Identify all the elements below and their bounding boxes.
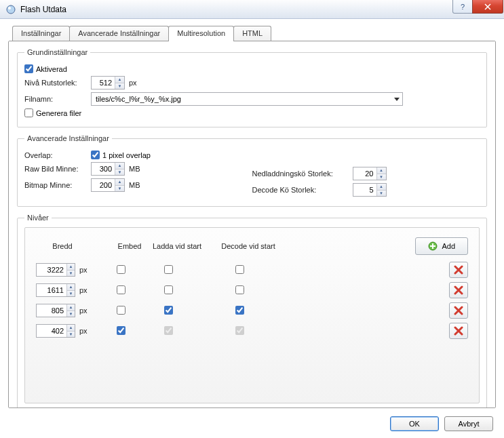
decode-up[interactable]: ▲: [377, 184, 386, 191]
dialog-content: Inställningar Avancerade Inställningar M…: [0, 19, 504, 410]
level-embed-checkbox[interactable]: [117, 326, 125, 335]
level-width-up[interactable]: ▲: [67, 284, 75, 291]
level-delete-button[interactable]: [449, 302, 468, 319]
gridsize-spinner[interactable]: ▲▼: [91, 76, 125, 89]
bitmap-up[interactable]: ▲: [115, 179, 124, 186]
decode-down[interactable]: ▼: [377, 191, 386, 197]
level-decode-checkbox: [235, 326, 244, 335]
level-decode-checkbox[interactable]: [235, 265, 244, 274]
level-embed-checkbox[interactable]: [117, 265, 125, 274]
level-embed-checkbox[interactable]: [117, 285, 125, 294]
group-levels: Nivåer Bredd Embed Ladda vid start Decod…: [17, 214, 487, 408]
col-header-embed: Embed: [116, 242, 143, 250]
level-width-spinner[interactable]: ▲▼: [36, 324, 75, 338]
filename-label: Filnamn:: [24, 95, 91, 103]
level-width-up[interactable]: ▲: [67, 264, 75, 271]
level-width-input[interactable]: [37, 284, 66, 296]
gridsize-up[interactable]: ▲: [115, 77, 124, 83]
level-row: ▲▼ px: [36, 262, 468, 278]
overlap-label: Overlap:: [24, 151, 91, 159]
level-load-checkbox[interactable]: [164, 265, 173, 274]
download-down[interactable]: ▼: [377, 174, 386, 180]
col-header-decode: Decode vid start: [211, 242, 286, 250]
bitmap-input[interactable]: [92, 179, 115, 191]
level-load-checkbox[interactable]: [164, 285, 173, 294]
level-width-unit: px: [79, 327, 88, 335]
level-width-down[interactable]: ▼: [67, 311, 75, 317]
plus-icon: [428, 241, 438, 251]
tab-advanced[interactable]: Avancerade Inställningar: [69, 26, 169, 41]
download-up[interactable]: ▲: [377, 167, 386, 174]
delete-icon: [454, 265, 463, 275]
level-width-spinner[interactable]: ▲▼: [36, 283, 75, 297]
download-spinner[interactable]: ▲▼: [353, 167, 387, 180]
raw-input[interactable]: [92, 163, 115, 175]
delete-icon: [454, 326, 463, 336]
gridsize-unit: px: [129, 79, 137, 87]
gridsize-input[interactable]: [92, 77, 115, 89]
bitmap-spinner[interactable]: ▲▼: [91, 178, 125, 192]
tab-panel-multiresolution: Grundinställningar Aktiverad Nivå Rutsto…: [8, 41, 496, 408]
level-width-input[interactable]: [37, 264, 66, 276]
group-levels-legend: Nivåer: [24, 214, 52, 222]
raw-down[interactable]: ▼: [115, 170, 124, 176]
enabled-label[interactable]: Aktiverad: [36, 65, 67, 73]
tab-settings[interactable]: Inställningar: [12, 26, 70, 41]
level-decode-checkbox[interactable]: [235, 285, 244, 294]
ok-button[interactable]: OK: [390, 416, 439, 431]
level-width-spinner[interactable]: ▲▼: [36, 304, 75, 317]
close-button[interactable]: [472, 0, 503, 14]
filename-dropdown-icon[interactable]: [391, 93, 402, 105]
level-row: ▲▼ px: [36, 323, 468, 339]
level-delete-button[interactable]: [449, 323, 468, 339]
raw-unit: MB: [129, 165, 140, 173]
tab-multiresolution[interactable]: Multiresolution: [168, 26, 234, 41]
level-delete-button[interactable]: [449, 282, 468, 298]
level-width-down[interactable]: ▼: [67, 271, 75, 277]
filename-input[interactable]: [92, 95, 391, 103]
level-width-input[interactable]: [37, 304, 66, 317]
gridsize-down[interactable]: ▼: [115, 83, 124, 89]
group-basic: Grundinställningar Aktiverad Nivå Rutsto…: [17, 48, 487, 127]
level-decode-checkbox[interactable]: [235, 306, 244, 315]
generate-label[interactable]: Generera filer: [36, 109, 81, 117]
levels-table: Bredd Embed Ladda vid start Decode vid s…: [24, 227, 480, 403]
overlap-checkbox[interactable]: [91, 151, 100, 159]
filename-combo[interactable]: [91, 92, 403, 106]
bitmap-unit: MB: [129, 181, 140, 189]
generate-checkbox[interactable]: [24, 108, 33, 117]
level-width-spinner[interactable]: ▲▼: [36, 263, 75, 277]
app-icon: [5, 4, 16, 15]
level-width-down[interactable]: ▼: [67, 291, 75, 297]
cancel-button[interactable]: Avbryt: [444, 416, 493, 431]
level-width-input[interactable]: [37, 325, 66, 337]
decode-label: Decode Kö Storlek:: [252, 186, 353, 194]
download-input[interactable]: [353, 167, 376, 180]
level-row: ▲▼ px: [36, 282, 468, 298]
level-load-checkbox[interactable]: [164, 306, 173, 315]
decode-input[interactable]: [353, 184, 376, 196]
help-button[interactable]: ?: [452, 0, 473, 14]
overlap-check-label[interactable]: 1 pixel overlap: [102, 151, 151, 159]
level-width-up[interactable]: ▲: [67, 325, 75, 332]
level-width-unit: px: [79, 306, 88, 315]
level-delete-button[interactable]: [449, 262, 468, 278]
col-header-width: Bredd: [36, 242, 89, 250]
raw-spinner[interactable]: ▲▼: [91, 162, 125, 176]
tab-bar: Inställningar Avancerade Inställningar M…: [12, 26, 496, 41]
delete-icon: [454, 306, 463, 315]
level-width-unit: px: [79, 266, 88, 274]
raw-up[interactable]: ▲: [115, 163, 124, 170]
level-embed-checkbox[interactable]: [117, 306, 125, 315]
decode-spinner[interactable]: ▲▼: [353, 183, 387, 197]
level-width-down[interactable]: ▼: [67, 332, 75, 338]
raw-label: Raw Bild Minne:: [24, 165, 91, 173]
level-width-up[interactable]: ▲: [67, 304, 75, 311]
levels-header: Bredd Embed Ladda vid start Decode vid s…: [36, 237, 468, 255]
delete-icon: [454, 285, 463, 295]
tab-html[interactable]: HTML: [233, 26, 271, 41]
bitmap-down[interactable]: ▼: [115, 186, 124, 192]
enabled-checkbox[interactable]: [24, 64, 33, 73]
svg-text:?: ?: [461, 3, 465, 10]
add-level-button[interactable]: Add: [415, 237, 468, 255]
